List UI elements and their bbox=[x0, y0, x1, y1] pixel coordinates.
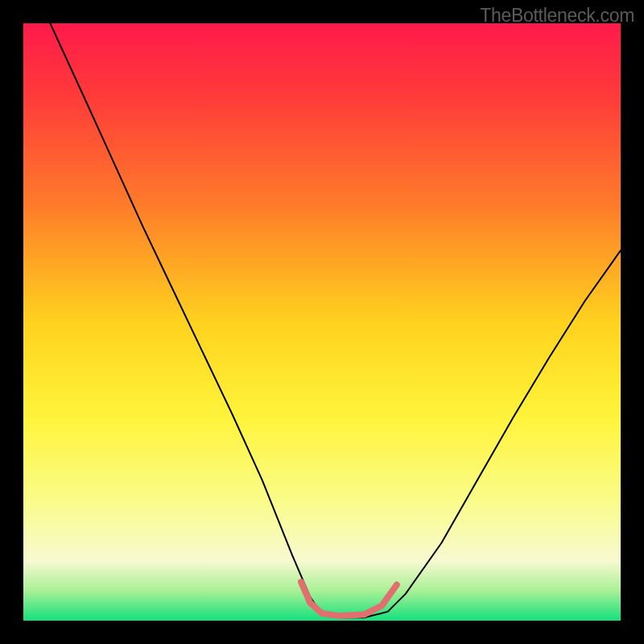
watermark-text: TheBottleneck.com bbox=[480, 5, 634, 27]
chart-plot-area bbox=[23, 23, 621, 621]
chart-canvas bbox=[23, 23, 621, 621]
chart-background bbox=[23, 23, 621, 621]
